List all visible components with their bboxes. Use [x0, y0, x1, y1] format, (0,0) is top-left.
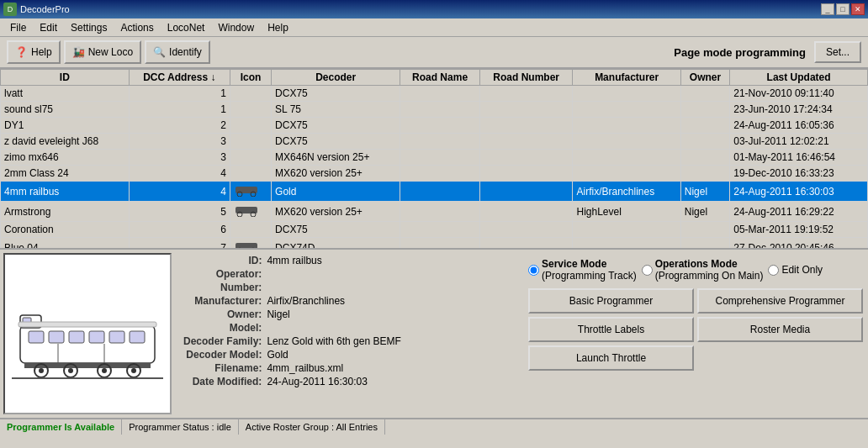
table-row[interactable]: Blue 047DCX74D27-Dec-2010 20:45:46	[1, 238, 868, 250]
edit-only-label: Edit Only	[781, 264, 823, 276]
col-dcc[interactable]: DCC Address ↓	[129, 70, 230, 86]
table-row[interactable]: z david eveleight J683DCX7503-Jul-2011 1…	[1, 134, 868, 150]
active-roster-status: Active Roster Group : All Entries	[239, 419, 385, 435]
menu-loconet[interactable]: LocoNet	[161, 20, 212, 35]
decoder-model-value: Gold	[267, 349, 515, 361]
filename-label: Filename:	[183, 362, 262, 374]
number-label: Number:	[183, 282, 262, 293]
manufacturer-value: Airfix/Branchlines	[267, 295, 515, 307]
table-row[interactable]: 2mm Class 244MX620 version 25+19-Dec-201…	[1, 166, 868, 182]
menu-actions[interactable]: Actions	[114, 20, 160, 35]
basic-programmer-button[interactable]: Basic Programmer	[528, 288, 694, 314]
model-value	[267, 322, 515, 334]
help-label: Help	[31, 46, 52, 58]
programmer-available-status: Programmer Is Available	[0, 419, 122, 435]
set-button[interactable]: Set...	[814, 41, 861, 63]
filename-value: 4mm_railbus.xml	[267, 362, 515, 374]
table-row[interactable]: 4mm railbus4GoldAirfix/BranchlinesNigel2…	[1, 182, 868, 202]
decoder-family-label: Decoder Family:	[183, 335, 262, 347]
menu-edit[interactable]: Edit	[33, 20, 64, 35]
col-decoder[interactable]: Decoder	[272, 70, 400, 86]
table-row[interactable]: Armstrong5MX620 version 25+HighLevelNige…	[1, 202, 868, 222]
menu-file[interactable]: File	[3, 20, 33, 35]
svg-point-27	[102, 368, 107, 373]
date-modified-value: 24-Aug-2011 16:30:03	[267, 376, 515, 387]
help-icon: ❓	[15, 46, 28, 58]
svg-rect-16	[89, 331, 104, 343]
svg-rect-13	[29, 331, 44, 343]
loco-image	[3, 253, 172, 414]
svg-rect-6	[236, 243, 257, 250]
identify-button[interactable]: 🔍 Identify	[145, 40, 210, 64]
menu-window[interactable]: Window	[211, 20, 261, 35]
edit-only-radio[interactable]	[768, 265, 779, 276]
menu-settings[interactable]: Settings	[64, 20, 114, 35]
right-panel: Service Mode (Programming Track) Operati…	[523, 250, 868, 418]
owner-label: Owner:	[183, 308, 262, 320]
svg-rect-14	[49, 331, 64, 343]
service-mode-option[interactable]: Service Mode (Programming Track)	[528, 258, 637, 282]
table-header: ID DCC Address ↓ Icon Decoder Road Name …	[1, 70, 868, 86]
svg-rect-17	[109, 331, 124, 343]
roster-media-button[interactable]: Roster Media	[697, 317, 863, 342]
menu-help[interactable]: Help	[261, 20, 295, 35]
col-id[interactable]: ID	[1, 70, 130, 86]
col-road-name[interactable]: Road Name	[400, 70, 480, 86]
toolbar: ❓ Help 🚂 New Loco 🔍 Identify Page mode p…	[0, 37, 868, 69]
help-button[interactable]: ❓ Help	[7, 40, 61, 64]
title-bar: D DecoderPro _ □ ✕	[0, 0, 868, 18]
col-owner[interactable]: Owner	[680, 70, 729, 86]
maximize-button[interactable]: □	[836, 3, 849, 15]
comprehensive-programmer-button[interactable]: Comprehensive Programmer	[697, 288, 863, 314]
decoder-family-value: Lenz Gold with 6th gen BEMF	[267, 335, 515, 347]
owner-value: Nigel	[267, 308, 515, 320]
close-button[interactable]: ✕	[851, 3, 865, 15]
table-row[interactable]: sound sl751SL 7523-Jun-2010 17:24:34	[1, 102, 868, 118]
svg-rect-0	[236, 187, 257, 193]
roster-table: ID DCC Address ↓ Icon Decoder Road Name …	[0, 69, 868, 250]
operations-mode-option[interactable]: Operations Mode (Programming On Main)	[642, 258, 764, 282]
bottom-panel: ID: 4mm railbus Operator: Number: Manufa…	[0, 250, 868, 418]
app-title: DecoderPro	[20, 4, 70, 14]
id-value: 4mm railbus	[267, 255, 515, 266]
loco-drawing	[12, 283, 163, 384]
service-mode-radio[interactable]	[528, 265, 539, 276]
table-row[interactable]: zimo mx6463MX646N version 25+01-May-2011…	[1, 150, 868, 166]
app-icon: D	[3, 3, 17, 16]
roster-tbody: lvatt1DCX7521-Nov-2010 09:11:40sound sl7…	[1, 86, 868, 250]
title-bar-controls: _ □ ✕	[821, 3, 865, 15]
edit-only-option[interactable]: Edit Only	[768, 264, 823, 276]
roster-table-container[interactable]: ID DCC Address ↓ Icon Decoder Road Name …	[0, 69, 868, 250]
minimize-button[interactable]: _	[821, 3, 834, 15]
col-road-number[interactable]: Road Number	[479, 70, 573, 86]
identify-label: Identify	[169, 46, 202, 58]
col-icon[interactable]: Icon	[230, 70, 271, 86]
operations-mode-label: Operations Mode (Programming On Main)	[655, 258, 764, 282]
col-manufacturer[interactable]: Manufacturer	[573, 70, 680, 86]
svg-rect-15	[69, 331, 84, 343]
svg-point-23	[39, 368, 44, 373]
svg-point-29	[131, 368, 136, 373]
programming-mode-group: Service Mode (Programming Track) Operati…	[528, 255, 863, 285]
operator-label: Operator:	[183, 268, 262, 280]
new-loco-icon: 🚂	[72, 46, 85, 58]
svg-rect-18	[130, 331, 145, 343]
model-label: Model:	[183, 322, 262, 334]
svg-rect-3	[236, 207, 257, 213]
launch-throttle-button[interactable]: Launch Throttle	[528, 345, 694, 371]
status-bar: Programmer Is Available Programmer Statu…	[0, 418, 868, 435]
info-panel: ID: 4mm railbus Operator: Number: Manufa…	[175, 250, 523, 418]
table-row[interactable]: Coronation6DCX7505-Mar-2011 19:19:52	[1, 222, 868, 238]
service-mode-label: Service Mode (Programming Track)	[542, 258, 637, 282]
title-bar-left: D DecoderPro	[3, 3, 70, 16]
table-row[interactable]: lvatt1DCX7521-Nov-2010 09:11:40	[1, 86, 868, 102]
col-last-updated[interactable]: Last Updated	[730, 70, 868, 86]
programmer-status: Programmer Status : idle	[122, 419, 239, 435]
manufacturer-label: Manufacturer:	[183, 295, 262, 307]
svg-point-25	[68, 368, 73, 373]
operations-mode-radio[interactable]	[642, 265, 653, 276]
new-loco-button[interactable]: 🚂 New Loco	[64, 40, 141, 64]
throttle-labels-button[interactable]: Throttle Labels	[528, 317, 694, 342]
new-loco-label: New Loco	[88, 46, 133, 58]
table-row[interactable]: DY12DCX7524-Aug-2011 16:05:36	[1, 118, 868, 134]
